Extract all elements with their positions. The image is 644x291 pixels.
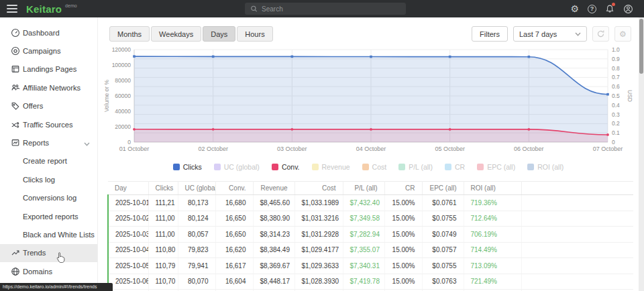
svg-text:0.2: 0.2 — [612, 120, 620, 127]
legend-item-p-l-all[interactable]: P/L (all) — [398, 163, 433, 171]
tab-months[interactable]: Months — [109, 26, 150, 42]
period-tabs: MonthsWeekdaysDaysHours — [109, 26, 273, 42]
table-cell: 2025-10-03 — [108, 227, 148, 243]
table-cell: 16,617 — [215, 258, 253, 274]
settings-gear-icon[interactable]: ⚙ — [570, 4, 579, 13]
column-header-roi-all[interactable]: ROI (all) — [464, 182, 521, 195]
column-header-conv[interactable]: Conv. — [215, 182, 253, 195]
sidebar-item-campaigns[interactable]: Campaigns — [0, 42, 97, 60]
column-header-cr[interactable]: CR — [384, 182, 422, 195]
sidebar-item-trends[interactable]: Trends — [0, 244, 97, 262]
table-cell: 15.00% — [384, 258, 422, 274]
tab-days[interactable]: Days — [203, 26, 235, 42]
table-cell: $8,465.60 — [253, 195, 294, 211]
legend-item-uc-global[interactable]: UC (global) — [214, 163, 260, 171]
sidebar-item-clicks-log[interactable]: Clicks log — [0, 170, 97, 188]
chart-settings-button[interactable]: ⚙ — [614, 26, 631, 42]
sidebar-item-traffic-sources[interactable]: Traffic Sources — [0, 115, 97, 133]
table-cell: $0.0757 — [422, 242, 464, 258]
sidebar-item-domains[interactable]: Domains — [0, 262, 97, 280]
sidebar-item-create-report[interactable]: Create report — [0, 152, 97, 170]
table-row[interactable]: 2025-10-01111,2180,17316,680$8,465.60$1,… — [108, 195, 633, 211]
column-header-day[interactable]: Day — [108, 182, 148, 195]
legend-item-epc-all[interactable]: EPC (all) — [477, 163, 515, 171]
tag-icon — [11, 101, 23, 111]
table-row[interactable]: 2025-10-04110,8079,82316,620$8,384.49$1,… — [108, 242, 633, 258]
svg-text:100000: 100000 — [112, 62, 131, 68]
sidebar: DashboardCampaignsLandings PagesAffiliat… — [0, 17, 98, 291]
legend-label: Revenue — [322, 163, 350, 171]
table-cell: $0.0755 — [422, 211, 464, 227]
search-input[interactable] — [262, 5, 400, 13]
tab-weekdays[interactable]: Weekdays — [151, 26, 201, 42]
sidebar-item-reports[interactable]: Reports — [0, 133, 97, 152]
sidebar-item-conversions-log[interactable]: Conversions log — [0, 189, 97, 207]
notifications-bell-icon[interactable] — [605, 4, 614, 13]
svg-text:04 October: 04 October — [356, 146, 386, 152]
user-account-icon[interactable] — [623, 4, 633, 14]
legend-item-revenue[interactable]: Revenue — [312, 163, 350, 171]
legend-item-roi-all[interactable]: ROI (all) — [527, 163, 564, 171]
table-cell: 15.00% — [384, 211, 422, 227]
table-cell: 111,00 — [148, 227, 178, 243]
column-header-clicks[interactable]: Clicks — [148, 182, 178, 195]
sidebar-item-label: Reports — [23, 139, 49, 147]
legend-label: Clicks — [183, 163, 202, 171]
gear-icon: ⚙ — [619, 30, 627, 39]
filters-button[interactable]: Filters — [472, 26, 508, 42]
svg-text:0.8: 0.8 — [612, 65, 620, 72]
table-row[interactable]: 2025-10-05110,7979,94116,617$8,369.67$1,… — [108, 258, 633, 274]
column-header-uc-global[interactable]: UC (global) — [178, 182, 215, 195]
table-cell: 16,650 — [215, 211, 253, 227]
globe-icon — [11, 267, 23, 276]
svg-text:06 October: 06 October — [514, 146, 544, 152]
legend-item-conv[interactable]: Conv. — [272, 163, 300, 171]
svg-text:01 October: 01 October — [119, 146, 150, 152]
table-row[interactable]: 2025-10-06110,7080,07016,604$8,448.17$1,… — [108, 274, 633, 290]
table-cell: 721.49% — [464, 274, 521, 290]
table-cell: 15.00% — [384, 242, 422, 258]
refresh-button[interactable] — [592, 26, 609, 42]
table-row[interactable]: 2025-10-02111,0080,12416,650$8,380.90$1,… — [108, 211, 633, 227]
table-cell: 16,650 — [215, 227, 253, 243]
sidebar-item-label: Traffic Sources — [23, 121, 73, 129]
table-cell: 79,823 — [178, 242, 215, 258]
column-header-cost[interactable]: Cost — [294, 182, 343, 195]
date-range-select[interactable]: Last 7 days — [513, 26, 587, 42]
table-cell: $0.0761 — [422, 195, 464, 211]
tab-hours[interactable]: Hours — [237, 26, 272, 42]
sidebar-item-dashboard[interactable]: Dashboard — [0, 23, 97, 42]
sidebar-item-offers[interactable]: Offers — [0, 97, 97, 115]
legend-swatch — [272, 164, 278, 170]
sidebar-item-affiliate-networks[interactable]: Affiliate Networks — [0, 78, 97, 97]
trends-table: DayClicksUC (global)Conv.RevenueCostP/L … — [107, 181, 633, 291]
scrollbar-thumb[interactable] — [639, 19, 643, 74]
logo[interactable]: Keitaro — [26, 3, 62, 15]
sidebar-item-black-and-white-lists[interactable]: Black and White Lists — [0, 225, 97, 243]
legend-item-cr[interactable]: CR — [445, 163, 465, 171]
sidebar-item-landings-pages[interactable]: Landings Pages — [0, 60, 97, 78]
status-url-tooltip: https://demo.keitaro.io/admin/#!/trends/… — [0, 283, 113, 291]
legend-item-clicks[interactable]: Clicks — [173, 163, 202, 171]
svg-text:20000: 20000 — [115, 123, 131, 130]
table-cell: $0.0763 — [422, 274, 464, 290]
column-header-p-l-all[interactable]: P/L (all) — [343, 182, 384, 195]
menu-icon[interactable] — [7, 3, 17, 15]
column-header-epc-all[interactable]: EPC (all) — [422, 182, 464, 195]
trend-icon — [11, 248, 23, 257]
table-cell: $1,029.4177 — [294, 242, 343, 258]
table-cell: 712.64% — [464, 211, 521, 227]
column-header-revenue[interactable]: Revenue — [253, 182, 294, 195]
legend-item-cost[interactable]: Cost — [362, 163, 387, 171]
scrollbar[interactable] — [639, 17, 644, 291]
legend-label: CR — [455, 163, 465, 171]
search-box[interactable] — [245, 3, 406, 15]
table-row[interactable]: 2025-10-03111,0080,05716,650$8,314.23$1,… — [108, 227, 633, 243]
refresh-icon — [596, 30, 605, 38]
sidebar-item-exported-reports[interactable]: Exported reports — [0, 207, 97, 225]
legend-swatch — [312, 164, 319, 170]
svg-text:0.3: 0.3 — [612, 111, 620, 118]
table-cell: $7,340.31 — [343, 258, 384, 274]
help-icon[interactable]: ? — [588, 5, 596, 13]
svg-text:60000: 60000 — [115, 93, 131, 99]
